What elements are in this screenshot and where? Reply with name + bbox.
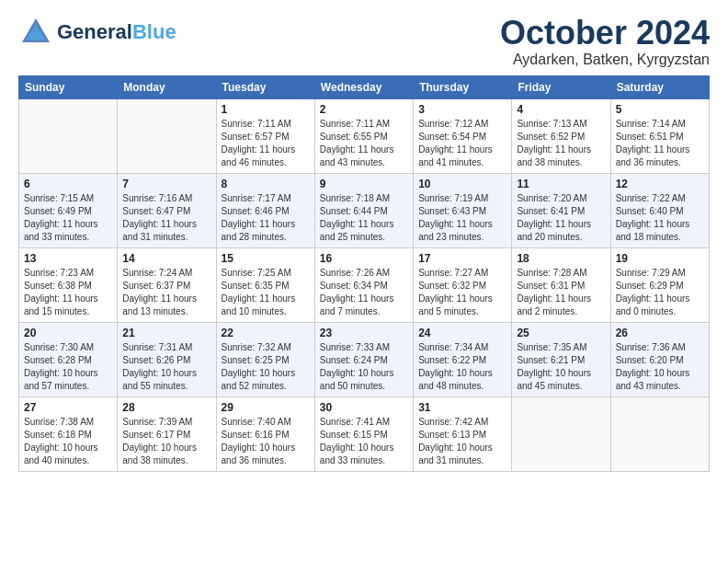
day-number: 25 bbox=[517, 327, 605, 339]
day-cell: 15Sunrise: 7:25 AMSunset: 6:35 PMDayligh… bbox=[216, 247, 314, 322]
day-number: 29 bbox=[222, 401, 310, 414]
day-detail: Sunrise: 7:23 AMSunset: 6:38 PMDaylight:… bbox=[24, 268, 98, 316]
day-cell: 16Sunrise: 7:26 AMSunset: 6:34 PMDayligh… bbox=[314, 247, 413, 322]
day-number: 23 bbox=[320, 327, 408, 339]
header-cell-friday: Friday bbox=[512, 75, 610, 98]
day-detail: Sunrise: 7:26 AMSunset: 6:34 PMDaylight:… bbox=[320, 268, 394, 316]
title-area: October 2024 Aydarken, Batken, Kyrgyzsta… bbox=[500, 15, 710, 68]
day-detail: Sunrise: 7:18 AMSunset: 6:44 PMDaylight:… bbox=[320, 193, 394, 242]
day-cell: 19Sunrise: 7:29 AMSunset: 6:29 PMDayligh… bbox=[610, 247, 709, 322]
day-number: 22 bbox=[222, 327, 310, 339]
day-detail: Sunrise: 7:15 AMSunset: 6:49 PMDaylight:… bbox=[24, 193, 98, 242]
day-cell bbox=[118, 98, 216, 173]
day-cell: 11Sunrise: 7:20 AMSunset: 6:41 PMDayligh… bbox=[512, 173, 610, 247]
header-cell-monday: Monday bbox=[118, 75, 216, 98]
week-row-3: 13Sunrise: 7:23 AMSunset: 6:38 PMDayligh… bbox=[19, 247, 710, 322]
day-number: 4 bbox=[517, 103, 605, 116]
day-number: 20 bbox=[24, 327, 112, 339]
day-detail: Sunrise: 7:42 AMSunset: 6:13 PMDaylight:… bbox=[418, 417, 493, 465]
month-title: October 2024 bbox=[500, 15, 710, 52]
day-detail: Sunrise: 7:41 AMSunset: 6:15 PMDaylight:… bbox=[320, 417, 394, 465]
day-detail: Sunrise: 7:39 AMSunset: 6:17 PMDaylight:… bbox=[122, 417, 197, 465]
day-detail: Sunrise: 7:34 AMSunset: 6:22 PMDaylight:… bbox=[418, 342, 493, 391]
day-cell: 4Sunrise: 7:13 AMSunset: 6:52 PMDaylight… bbox=[512, 98, 610, 173]
day-detail: Sunrise: 7:16 AMSunset: 6:47 PMDaylight:… bbox=[122, 193, 197, 242]
day-cell: 2Sunrise: 7:11 AMSunset: 6:55 PMDaylight… bbox=[314, 98, 413, 173]
day-detail: Sunrise: 7:24 AMSunset: 6:37 PMDaylight:… bbox=[122, 268, 197, 316]
day-cell: 21Sunrise: 7:31 AMSunset: 6:26 PMDayligh… bbox=[118, 322, 216, 396]
day-cell: 6Sunrise: 7:15 AMSunset: 6:49 PMDaylight… bbox=[19, 173, 118, 247]
day-cell: 17Sunrise: 7:27 AMSunset: 6:32 PMDayligh… bbox=[414, 247, 512, 322]
day-number: 14 bbox=[122, 252, 210, 265]
day-detail: Sunrise: 7:28 AMSunset: 6:31 PMDaylight:… bbox=[517, 268, 591, 316]
day-cell: 20Sunrise: 7:30 AMSunset: 6:28 PMDayligh… bbox=[19, 322, 118, 396]
day-cell: 30Sunrise: 7:41 AMSunset: 6:15 PMDayligh… bbox=[314, 396, 413, 471]
day-cell: 12Sunrise: 7:22 AMSunset: 6:40 PMDayligh… bbox=[610, 173, 709, 247]
day-number: 24 bbox=[418, 327, 506, 339]
day-cell bbox=[19, 98, 118, 173]
day-cell: 24Sunrise: 7:34 AMSunset: 6:22 PMDayligh… bbox=[414, 322, 512, 396]
day-detail: Sunrise: 7:29 AMSunset: 6:29 PMDaylight:… bbox=[616, 268, 690, 316]
day-cell: 8Sunrise: 7:17 AMSunset: 6:46 PMDaylight… bbox=[216, 173, 314, 247]
day-detail: Sunrise: 7:11 AMSunset: 6:55 PMDaylight:… bbox=[320, 119, 394, 167]
day-cell: 7Sunrise: 7:16 AMSunset: 6:47 PMDaylight… bbox=[118, 173, 216, 247]
day-cell bbox=[512, 396, 610, 471]
day-cell bbox=[610, 396, 709, 471]
day-detail: Sunrise: 7:27 AMSunset: 6:32 PMDaylight:… bbox=[418, 268, 493, 316]
day-cell: 5Sunrise: 7:14 AMSunset: 6:51 PMDaylight… bbox=[610, 98, 709, 173]
day-number: 8 bbox=[222, 178, 310, 190]
day-cell: 13Sunrise: 7:23 AMSunset: 6:38 PMDayligh… bbox=[19, 247, 118, 322]
day-detail: Sunrise: 7:22 AMSunset: 6:40 PMDaylight:… bbox=[616, 193, 690, 242]
day-number: 2 bbox=[320, 103, 408, 116]
day-cell: 29Sunrise: 7:40 AMSunset: 6:16 PMDayligh… bbox=[216, 396, 314, 471]
day-cell: 28Sunrise: 7:39 AMSunset: 6:17 PMDayligh… bbox=[118, 396, 216, 471]
day-number: 3 bbox=[418, 103, 506, 116]
page: GeneralBlue October 2024 Aydarken, Batke… bbox=[0, 0, 728, 481]
day-number: 5 bbox=[616, 103, 704, 116]
day-number: 6 bbox=[24, 178, 112, 190]
week-row-4: 20Sunrise: 7:30 AMSunset: 6:28 PMDayligh… bbox=[19, 322, 710, 396]
day-cell: 31Sunrise: 7:42 AMSunset: 6:13 PMDayligh… bbox=[414, 396, 512, 471]
day-number: 15 bbox=[222, 252, 310, 265]
day-detail: Sunrise: 7:33 AMSunset: 6:24 PMDaylight:… bbox=[320, 342, 394, 391]
day-detail: Sunrise: 7:31 AMSunset: 6:26 PMDaylight:… bbox=[122, 342, 197, 391]
logo: GeneralBlue bbox=[18, 15, 176, 50]
day-detail: Sunrise: 7:13 AMSunset: 6:52 PMDaylight:… bbox=[517, 119, 591, 167]
header-cell-saturday: Saturday bbox=[610, 75, 709, 98]
header-cell-wednesday: Wednesday bbox=[314, 75, 413, 98]
day-number: 26 bbox=[616, 327, 704, 339]
day-number: 19 bbox=[616, 252, 704, 265]
day-detail: Sunrise: 7:40 AMSunset: 6:16 PMDaylight:… bbox=[222, 417, 296, 465]
day-detail: Sunrise: 7:32 AMSunset: 6:25 PMDaylight:… bbox=[222, 342, 296, 391]
day-detail: Sunrise: 7:30 AMSunset: 6:28 PMDaylight:… bbox=[24, 342, 98, 391]
day-cell: 10Sunrise: 7:19 AMSunset: 6:43 PMDayligh… bbox=[414, 173, 512, 247]
day-cell: 1Sunrise: 7:11 AMSunset: 6:57 PMDaylight… bbox=[216, 98, 314, 173]
day-cell: 23Sunrise: 7:33 AMSunset: 6:24 PMDayligh… bbox=[314, 322, 413, 396]
day-number: 13 bbox=[24, 252, 112, 265]
logo-icon bbox=[18, 15, 53, 50]
day-number: 7 bbox=[122, 178, 210, 190]
day-detail: Sunrise: 7:14 AMSunset: 6:51 PMDaylight:… bbox=[616, 119, 690, 167]
day-detail: Sunrise: 7:19 AMSunset: 6:43 PMDaylight:… bbox=[418, 193, 493, 242]
day-detail: Sunrise: 7:12 AMSunset: 6:54 PMDaylight:… bbox=[418, 119, 493, 167]
day-cell: 27Sunrise: 7:38 AMSunset: 6:18 PMDayligh… bbox=[19, 396, 118, 471]
header-cell-tuesday: Tuesday bbox=[216, 75, 314, 98]
header-row: SundayMondayTuesdayWednesdayThursdayFrid… bbox=[19, 75, 710, 98]
day-number: 28 bbox=[122, 401, 210, 414]
day-number: 9 bbox=[320, 178, 408, 190]
day-cell: 18Sunrise: 7:28 AMSunset: 6:31 PMDayligh… bbox=[512, 247, 610, 322]
day-cell: 9Sunrise: 7:18 AMSunset: 6:44 PMDaylight… bbox=[314, 173, 413, 247]
day-number: 10 bbox=[418, 178, 506, 190]
day-cell: 3Sunrise: 7:12 AMSunset: 6:54 PMDaylight… bbox=[414, 98, 512, 173]
day-detail: Sunrise: 7:35 AMSunset: 6:21 PMDaylight:… bbox=[517, 342, 591, 391]
day-number: 16 bbox=[320, 252, 408, 265]
header-cell-thursday: Thursday bbox=[414, 75, 512, 98]
week-row-5: 27Sunrise: 7:38 AMSunset: 6:18 PMDayligh… bbox=[19, 396, 710, 471]
day-number: 21 bbox=[122, 327, 210, 339]
day-number: 31 bbox=[418, 401, 506, 414]
logo-text: GeneralBlue bbox=[57, 21, 176, 43]
day-number: 1 bbox=[222, 103, 310, 116]
calendar-table: SundayMondayTuesdayWednesdayThursdayFrid… bbox=[18, 75, 710, 472]
day-number: 30 bbox=[320, 401, 408, 414]
day-number: 18 bbox=[517, 252, 605, 265]
